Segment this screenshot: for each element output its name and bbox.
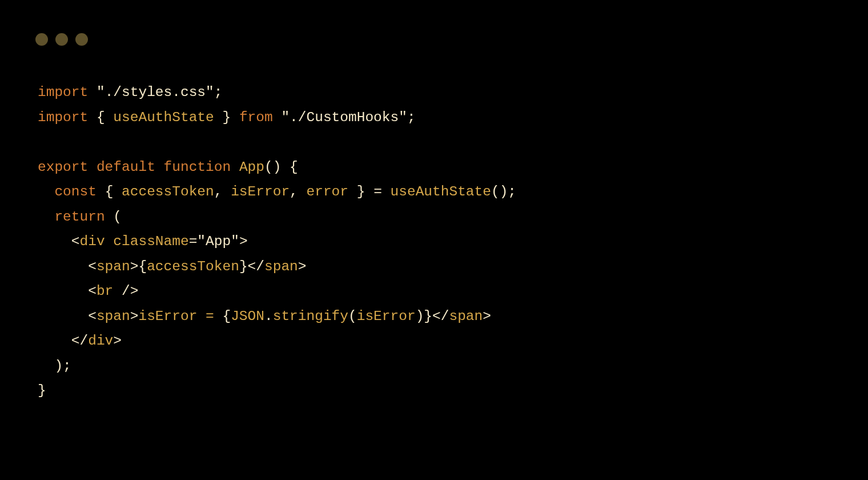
code-line-8: <span>{accessToken}</span> [38, 259, 307, 274]
code-line-4: export default function App() { [38, 159, 298, 175]
code-line-12: ); [38, 358, 71, 374]
window-control-zoom-icon[interactable] [75, 33, 88, 46]
code-window: import "./styles.css"; import { useAuthS… [0, 0, 868, 480]
code-line-13: } [38, 383, 46, 398]
code-line-2: import { useAuthState } from "./CustomHo… [38, 110, 416, 125]
window-controls [35, 33, 88, 46]
code-line-7: <div className="App"> [38, 234, 248, 249]
window-control-close-icon[interactable] [35, 33, 48, 46]
code-line-10: <span>isError = {JSON.stringify(isError)… [38, 309, 491, 324]
code-line-9: <br /> [38, 283, 138, 299]
window-control-minimize-icon[interactable] [55, 33, 68, 46]
code-line-11: </div> [38, 333, 122, 349]
code-line-1: import "./styles.css"; [38, 85, 222, 100]
code-line-6: return ( [38, 209, 122, 225]
code-block: import "./styles.css"; import { useAuthS… [38, 80, 516, 403]
code-line-5: const { accessToken, isError, error } = … [38, 184, 516, 199]
